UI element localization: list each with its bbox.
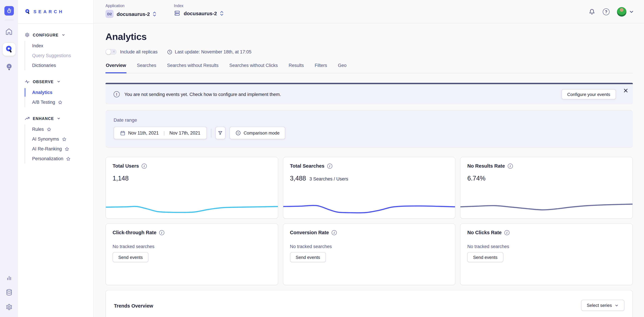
sidebar-item-ai-re-ranking[interactable]: AI Re-Ranking [30,144,93,154]
search-product-tile[interactable] [2,43,16,56]
sort-arrows-icon [220,10,223,16]
chevron-down-icon [62,33,65,37]
product-name: SEARCH [34,9,64,14]
sidebar-item-rules[interactable]: Rules [30,124,93,134]
metric-title: No Results Rate [467,163,505,169]
gear-icon [25,32,30,38]
rail-divider [4,20,13,20]
metric-card-click-through-rate: Click-through Rate i No tracked searches… [106,224,278,285]
comparison-play-icon [235,130,241,136]
comparison-mode-button[interactable]: Comparison mode [229,127,285,139]
date-range-button[interactable]: Nov 11th, 2021 | Nov 17th, 2021 [114,127,207,139]
metric-value: 1,148 [112,175,129,182]
include-all-replicas-toggle[interactable]: ✕ [106,49,117,55]
tab-searches-without-results[interactable]: Searches without Results [167,63,219,73]
help-icon[interactable]: ? [603,8,610,15]
chevron-down-icon [56,80,60,84]
metric-card-total-searches: Total Searches i 3,488 3 Searches / User… [283,157,455,219]
star-icon[interactable] [46,127,51,132]
trends-title: Trends Overview [114,303,153,308]
meta-row: ✕ Include all replicas Last update: Nove… [106,49,633,55]
section-observe: OBSERVE Analytics A/B Testing [25,79,93,107]
user-avatar[interactable] [617,7,626,16]
recommend-icon[interactable] [5,63,13,71]
metric-card-conversion-rate: Conversion Rate i No tracked searches Se… [283,224,455,285]
metric-title: Conversion Rate [290,230,329,235]
metric-title: Total Searches [290,163,324,169]
sidebar-item-personalization[interactable]: Personalization [30,154,93,164]
configure-your-events-button[interactable]: Configure your events [562,89,616,99]
select-series-button[interactable]: Select series [581,300,624,311]
trends-overview-card: Trends Overview Select series [106,290,633,317]
usage-bar-chart-icon[interactable] [5,274,13,281]
index-selector: Index docusaurus-2 [174,4,224,16]
topbar: Application D2 docusaurus-2 Index [94,0,644,23]
section-configure-header[interactable]: CONFIGURE [25,32,93,38]
star-icon[interactable] [58,100,62,104]
send-events-button[interactable]: Send events [467,252,503,262]
total-users-sparkline [106,200,278,217]
sidebar-item-index[interactable]: Index [30,41,93,51]
sidebar-item-ai-synonyms[interactable]: AI Synonyms [30,134,93,144]
application-selector: Application D2 docusaurus-2 [106,4,156,18]
chevron-down-icon [614,303,619,307]
sidebar-nav: CONFIGURE Index Query Suggestions Dictio… [18,24,93,172]
application-value: docusaurus-2 [117,11,150,17]
star-icon[interactable] [64,146,69,151]
metric-card-no-clicks-rate: No Clicks Rate i No tracked searches Sen… [460,224,633,285]
total-searches-sparkline [283,200,455,217]
product-logo[interactable]: SEARCH [18,0,93,24]
home-icon[interactable] [5,28,13,36]
send-events-button[interactable]: Send events [290,252,326,262]
application-label: Application [106,4,156,8]
tab-searches-without-clicks[interactable]: Searches without Clicks [229,63,278,73]
star-icon[interactable] [66,156,71,161]
send-events-button[interactable]: Send events [112,252,148,262]
data-database-icon[interactable] [5,288,13,296]
tab-geo[interactable]: Geo [338,63,347,73]
date-separator: | [164,130,165,136]
date-range-label: Date range [114,117,625,123]
stopwatch-icon[interactable] [4,6,14,16]
info-icon[interactable]: i [327,164,332,168]
tab-results[interactable]: Results [288,63,304,73]
metric-value: 6.74% [467,175,486,182]
settings-gear-icon[interactable] [5,304,13,311]
close-icon[interactable] [623,88,629,94]
metric-title: Total Users [112,163,139,169]
info-icon[interactable]: i [508,164,513,168]
user-menu-chevron-down-icon[interactable] [629,10,634,14]
index-label: Index [174,4,224,8]
tab-filters[interactable]: Filters [314,63,328,73]
info-icon[interactable]: i [332,230,337,235]
sidebar-item-query-suggestions[interactable]: Query Suggestions [30,51,93,60]
metric-card-no-results-rate: No Results Rate i 6.74% [460,157,633,219]
metric-value: 3,488 [290,175,306,182]
trending-up-icon [25,116,30,121]
metric-cards-row-2: Click-through Rate i No tracked searches… [106,224,633,285]
filter-icon-button[interactable] [215,127,225,139]
date-end: Nov 17th, 2021 [169,130,200,136]
activity-icon [25,79,30,84]
sidebar-item-ab-testing[interactable]: A/B Testing [30,97,93,107]
banner-message: You are not sending events yet. Check ho… [124,92,281,97]
application-select[interactable]: D2 docusaurus-2 [106,10,156,18]
bell-icon[interactable] [588,8,595,15]
tab-overview[interactable]: Overview [106,63,126,73]
search-logo-icon [25,9,30,14]
sidebar-item-dictionaries[interactable]: Dictionaries [30,60,93,70]
info-icon[interactable]: i [142,164,147,168]
section-enhance-header[interactable]: ENHANCE [25,116,93,121]
search-icon [5,45,13,54]
sidebar-item-analytics[interactable]: Analytics [30,88,93,97]
sidebar: SEARCH CONFIGURE [18,0,94,317]
tab-searches[interactable]: Searches [136,63,156,73]
index-select[interactable]: docusaurus-2 [174,10,224,16]
info-icon[interactable]: i [159,230,164,235]
section-enhance: ENHANCE Rules AI Synonyms [25,116,93,164]
last-update-text: Last update: November 18th, at 17:05 [175,49,251,54]
calendar-icon [120,130,126,136]
section-observe-header[interactable]: OBSERVE [25,79,93,84]
info-icon[interactable]: i [504,230,510,235]
star-icon[interactable] [62,137,66,142]
